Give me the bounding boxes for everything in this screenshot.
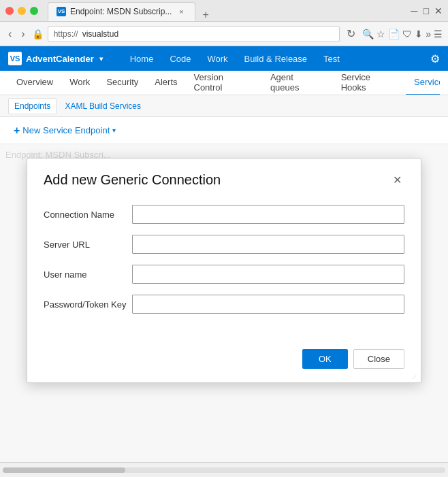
browser-titlebar: VS Endpoint: MSDN Subscrip... × + ─ □ ✕ [0, 0, 448, 22]
tab-title: Endpoint: MSDN Subscrip... [70, 7, 172, 16]
form-group-server-url: Server URL [44, 235, 404, 254]
subnav-agent-queues[interactable]: Agent queues [262, 71, 333, 95]
window-restore-icon[interactable]: □ [423, 5, 429, 16]
sub-nav: Overview Work Security Alerts Version Co… [0, 71, 448, 95]
window-min-btn[interactable] [18, 7, 26, 15]
subnav-service[interactable]: Service [406, 71, 440, 95]
subnav-security[interactable]: Security [98, 71, 146, 95]
dialog: Add new Generic Connection ✕ Connection … [27, 158, 421, 383]
input-server-url[interactable] [132, 235, 404, 254]
address-icons: 🔍 ☆ 📄 🛡 ⬇ » ☰ [362, 29, 443, 39]
url-input[interactable]: https:// visualstud [48, 26, 340, 42]
secondary-nav-xaml[interactable]: XAML Build Services [59, 99, 146, 114]
dialog-header: Add new Generic Connection ✕ [27, 159, 421, 197]
window-close-icon[interactable]: ✕ [434, 5, 443, 16]
form-group-password: Password/Token Key [44, 295, 404, 314]
active-tab[interactable]: VS Endpoint: MSDN Subscrip... × [48, 2, 195, 21]
resize-handle[interactable]: ⟋ [410, 372, 419, 381]
reader-icon[interactable]: 📄 [388, 29, 400, 39]
window-minimize-icon[interactable]: ─ [411, 5, 418, 16]
url-domain: visualstud [82, 29, 118, 39]
bookmark-icon[interactable]: ☆ [377, 29, 385, 39]
subnav-service-hooks[interactable]: Service Hooks [333, 71, 406, 95]
tab-favicon: VS [57, 7, 66, 16]
ok-button[interactable]: OK [302, 349, 348, 369]
refresh-btn[interactable]: ↻ [344, 26, 358, 42]
subnav-alerts[interactable]: Alerts [146, 71, 185, 95]
vs-logo-icon: VS [8, 52, 22, 65]
window-action-buttons: ─ □ ✕ [411, 5, 443, 16]
label-server-url: Server URL [44, 240, 132, 250]
dialog-overlay: Add new Generic Connection ✕ Connection … [0, 144, 448, 462]
address-bar: ‹ › 🔒 https:// visualstud ↻ 🔍 ☆ 📄 🛡 ⬇ » … [0, 22, 448, 46]
nav-build-release[interactable]: Build & Release [236, 46, 316, 71]
window-controls [5, 7, 38, 15]
secondary-nav-endpoints[interactable]: Endpoints [8, 98, 57, 114]
app-dropdown-arrow[interactable]: ▾ [99, 55, 103, 63]
scrollbar-track[interactable] [3, 467, 445, 473]
app-name: AdventCalender [26, 54, 94, 64]
more-icon[interactable]: » [426, 29, 431, 39]
input-password[interactable] [132, 295, 404, 314]
new-endpoint-btn[interactable]: + New Service Endpoint ▾ [8, 122, 121, 139]
scrollbar-thumb[interactable] [3, 467, 125, 473]
bottom-scrollbar [0, 462, 448, 477]
subnav-work[interactable]: Work [61, 71, 98, 95]
back-btn[interactable]: ‹ [5, 27, 14, 42]
form-group-user-name: User name [44, 265, 404, 284]
dialog-footer: OK Close [27, 341, 421, 382]
close-button[interactable]: Close [353, 349, 404, 369]
tab-bar: VS Endpoint: MSDN Subscrip... × + [48, 1, 407, 21]
nav-test[interactable]: Test [315, 46, 348, 71]
subnav-overview[interactable]: Overview [8, 71, 61, 95]
label-user-name: User name [44, 269, 132, 280]
content-area: Endpoint: MSDN Subscri... Add new Generi… [0, 144, 448, 462]
endpoint-dropdown-arrow[interactable]: ▾ [112, 127, 116, 134]
url-protocol: https:// [54, 29, 78, 39]
content-toolbar: + New Service Endpoint ▾ [0, 117, 448, 144]
app-header: VS AdventCalender ▾ Home Code Work Build… [0, 46, 448, 71]
subnav-version-control[interactable]: Version Control [186, 71, 262, 95]
tab-close-btn[interactable]: × [176, 6, 187, 17]
dialog-body: Connection Name Server URL User name Pas… [27, 197, 421, 341]
forward-btn[interactable]: › [18, 27, 27, 42]
window-max-btn[interactable] [30, 7, 38, 15]
app-logo: VS AdventCalender ▾ [8, 52, 103, 65]
secondary-nav: Endpoints XAML Build Services [0, 95, 448, 117]
dialog-title: Add new Generic Connection [44, 172, 221, 188]
search-icon[interactable]: 🔍 [362, 29, 374, 39]
new-endpoint-label: New Service Endpoint [22, 125, 110, 135]
label-connection-name: Connection Name [44, 210, 132, 220]
input-connection-name[interactable] [132, 205, 404, 224]
new-tab-btn[interactable]: + [198, 9, 212, 21]
menu-icon[interactable]: ☰ [434, 29, 443, 39]
download-icon[interactable]: ⬇ [415, 29, 423, 39]
form-group-connection-name: Connection Name [44, 205, 404, 224]
nav-code[interactable]: Code [161, 46, 199, 71]
plus-icon: + [14, 125, 20, 137]
window-close-btn[interactable] [5, 7, 14, 15]
nav-work[interactable]: Work [199, 46, 236, 71]
lock-icon: 🔒 [32, 29, 44, 39]
settings-gear-icon[interactable]: ⚙ [430, 52, 440, 65]
dialog-close-x-btn[interactable]: ✕ [390, 172, 404, 188]
header-nav: Home Code Work Build & Release Test [122, 46, 348, 71]
page-container: VS Endpoint: MSDN Subscrip... × + ─ □ ✕ … [0, 0, 448, 477]
nav-home[interactable]: Home [122, 46, 162, 71]
shield-icon[interactable]: 🛡 [402, 29, 412, 39]
label-password: Password/Token Key [44, 299, 132, 310]
input-user-name[interactable] [132, 265, 404, 284]
